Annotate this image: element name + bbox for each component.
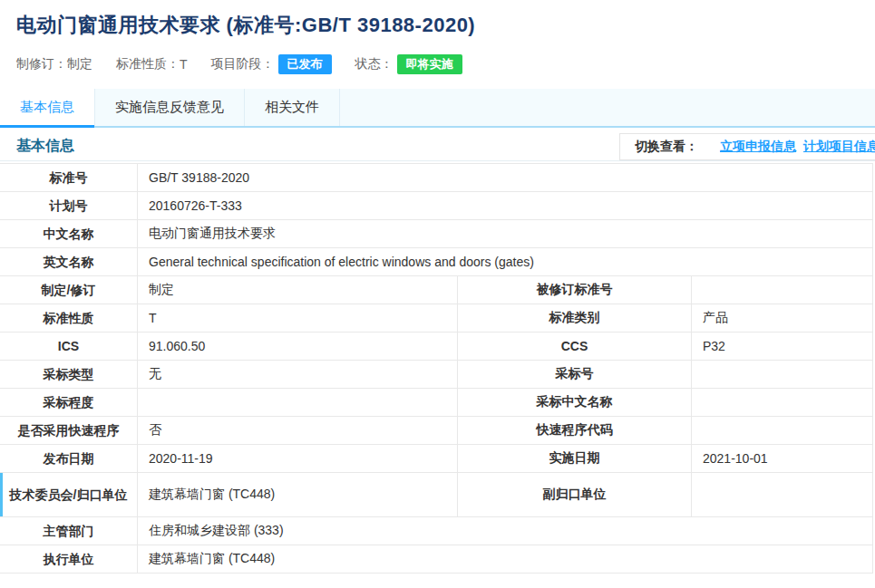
row-value: 建筑幕墙门窗 (TC448) xyxy=(138,473,458,516)
meta-item-status: 状态： 即将实施 xyxy=(355,54,462,74)
table-row: 技术委员会/归口单位建筑幕墙门窗 (TC448)副归口单位 xyxy=(0,473,872,517)
meta-label: 制修订： xyxy=(16,56,67,72)
meta-label: 项目阶段： xyxy=(211,56,275,72)
table-row: 英文名称General technical specification of e… xyxy=(0,248,872,276)
page: { "page_title": "电动门窗通用技术要求 (标准号:GB/T 39… xyxy=(0,0,875,588)
row-label: 执行单位 xyxy=(0,545,138,573)
row-value: 住房和城乡建设部 (333) xyxy=(138,517,872,545)
table-row: 计划号20160726-T-333 xyxy=(0,192,872,220)
meta-item-revision: 制修订： 制定 xyxy=(16,56,92,72)
meta-item-nature: 标准性质： T xyxy=(116,56,188,72)
row-value-2: 产品 xyxy=(692,304,872,332)
table-row: 执行单位建筑幕墙门窗 (TC448) xyxy=(0,545,872,574)
row-label-2: 快速程序代码 xyxy=(458,417,692,444)
row-label: 采标类型 xyxy=(0,361,138,388)
meta-line: 制修订： 制定 标准性质： T 项目阶段： 已发布 状态： 即将实施 xyxy=(16,54,859,74)
row-value: 制定 xyxy=(138,276,458,304)
table-row: 采标类型无采标号 xyxy=(0,361,872,389)
row-label: 采标程度 xyxy=(0,389,138,416)
row-label-2: 副归口单位 xyxy=(458,473,692,516)
row-value: General technical specification of elect… xyxy=(138,248,872,275)
row-value: 2020-11-19 xyxy=(138,445,458,472)
row-label: ICS xyxy=(0,333,138,360)
row-value: 20160726-T-333 xyxy=(138,192,872,219)
page-title: 电动门窗通用技术要求 (标准号:GB/T 39188-2020) xyxy=(16,12,859,39)
row-label: 是否采用快速程序 xyxy=(0,417,138,444)
meta-label: 标准性质： xyxy=(116,56,180,72)
row-value: 无 xyxy=(138,361,458,388)
tab-bar: 基本信息 实施信息反馈意见 相关文件 xyxy=(0,89,875,128)
section-header: 基本信息 切换查看： 立项申报信息 计划项目信息 xyxy=(0,132,875,161)
row-label: 标准性质 xyxy=(0,304,138,332)
row-label: 主管部门 xyxy=(0,517,138,545)
table-row: 发布日期2020-11-19实施日期2021-10-01 xyxy=(0,445,872,473)
row-value-2: P32 xyxy=(692,333,872,360)
row-value: 建筑幕墙门窗 (TC448) xyxy=(138,545,872,573)
link-plan-project-info[interactable]: 计划项目信息 xyxy=(803,139,875,155)
meta-value: 制定 xyxy=(67,56,92,72)
row-label-2: 标准类别 xyxy=(458,304,692,332)
row-value: 91.060.50 xyxy=(138,333,458,360)
table-row: 采标程度采标中文名称 xyxy=(0,389,872,417)
row-value-2: 2021-10-01 xyxy=(692,445,872,472)
switch-view-label: 切换查看： xyxy=(635,139,698,155)
row-value-2 xyxy=(692,361,872,388)
tab-basic-info[interactable]: 基本信息 xyxy=(0,89,95,126)
table-row: 标准号GB/T 39188-2020 xyxy=(0,164,872,192)
row-value: T xyxy=(138,304,458,332)
row-label: 技术委员会/归口单位 xyxy=(0,473,138,516)
page-header: 电动门窗通用技术要求 (标准号:GB/T 39188-2020) 制修订： 制定… xyxy=(0,0,875,74)
table-row: ICS91.060.50CCSP32 xyxy=(0,333,872,361)
meta-value: T xyxy=(180,57,188,72)
table-row: 中文名称电动门窗通用技术要求 xyxy=(0,220,872,248)
row-value: GB/T 39188-2020 xyxy=(138,164,872,191)
row-value-2 xyxy=(692,389,872,416)
row-label: 英文名称 xyxy=(0,248,138,275)
row-value: 否 xyxy=(138,417,458,444)
link-project-application-info[interactable]: 立项申报信息 xyxy=(720,139,796,155)
row-label-2: 采标中文名称 xyxy=(458,389,692,416)
row-label: 中文名称 xyxy=(0,220,138,247)
tab-related-files[interactable]: 相关文件 xyxy=(245,89,340,126)
row-label-2: 采标号 xyxy=(458,361,692,388)
table-row: 标准性质T标准类别产品 xyxy=(0,304,872,333)
status-badge: 即将实施 xyxy=(397,54,462,74)
row-label: 标准号 xyxy=(0,164,138,191)
meta-label: 状态： xyxy=(355,56,394,72)
tab-implementation-feedback[interactable]: 实施信息反馈意见 xyxy=(95,89,245,126)
meta-item-stage: 项目阶段： 已发布 xyxy=(211,54,332,74)
row-label-2: 实施日期 xyxy=(458,445,692,472)
info-table: 标准号GB/T 39188-2020计划号20160726-T-333中文名称电… xyxy=(0,163,873,574)
row-label-2: 被修订标准号 xyxy=(458,276,692,304)
row-value: 电动门窗通用技术要求 xyxy=(138,220,872,247)
table-row: 制定/修订制定被修订标准号 xyxy=(0,276,872,304)
table-row: 主管部门住房和城乡建设部 (333) xyxy=(0,517,872,545)
row-label: 制定/修订 xyxy=(0,276,138,304)
row-label-2: CCS xyxy=(458,333,692,360)
row-value xyxy=(138,389,458,416)
row-label: 计划号 xyxy=(0,192,138,219)
row-value-2 xyxy=(692,417,872,444)
switch-view-box: 切换查看： 立项申报信息 计划项目信息 xyxy=(619,133,875,160)
table-row: 是否采用快速程序否快速程序代码 xyxy=(0,417,872,445)
stage-badge: 已发布 xyxy=(278,54,332,74)
row-value-2 xyxy=(692,473,872,516)
row-label: 发布日期 xyxy=(0,445,138,472)
section-title: 基本信息 xyxy=(16,137,74,156)
row-value-2 xyxy=(692,276,872,304)
